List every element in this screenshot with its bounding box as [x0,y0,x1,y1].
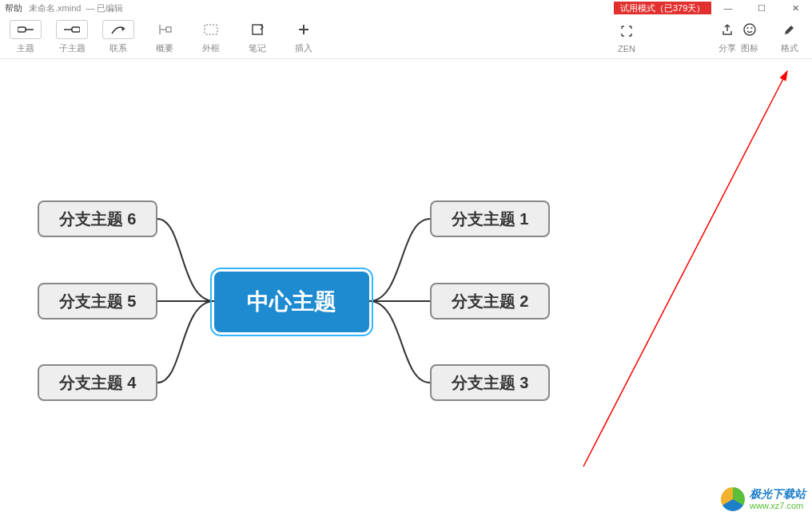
insert-button[interactable]: 插入 [283,20,324,54]
svg-marker-13 [785,26,794,34]
svg-rect-6 [205,25,217,34]
branch-topic-2[interactable]: 分支主题 2 [430,283,550,320]
icons-label: 图标 [741,42,758,54]
boundary-button[interactable]: 外框 [190,20,232,54]
summary-label: 概要 [156,42,173,54]
format-icon [774,20,806,39]
insert-icon [288,20,320,39]
branch-topic-1[interactable]: 分支主题 1 [430,200,550,237]
boundary-icon [195,20,227,39]
mindmap-canvas[interactable]: 中心主题 分支主题 1 分支主题 2 分支主题 3 分支主题 6 分支主题 5 … [0,59,812,516]
relationship-button[interactable]: 联系 [98,20,139,54]
boundary-label: 外框 [202,42,220,54]
svg-point-11 [747,27,749,29]
zen-button[interactable]: ZEN [603,20,651,54]
smiley-icon [734,20,766,39]
toolbar-right-group: ZEN 分享 [603,20,751,54]
watermark-url: www.xz7.com [750,501,806,511]
branch-topic-6[interactable]: 分支主题 6 [38,200,157,237]
svg-rect-0 [18,27,26,32]
help-menu[interactable]: 帮助 [5,2,22,14]
format-button[interactable]: 格式 [772,20,807,54]
zen-icon [611,22,643,41]
branch-topic-5[interactable]: 分支主题 5 [38,283,157,320]
summary-icon [149,20,181,39]
icons-button[interactable]: 图标 [732,20,767,54]
topic-label: 主题 [17,42,34,54]
branch-topic-4[interactable]: 分支主题 4 [38,364,157,401]
watermark-logo-icon [721,487,745,511]
topic-icon [10,20,42,39]
note-icon [241,20,273,39]
edited-label: — 已编辑 [86,2,123,14]
svg-point-10 [744,24,755,35]
note-label: 笔记 [249,42,266,54]
watermark-name: 极光下载站 [750,487,806,501]
summary-button[interactable]: 概要 [144,20,185,54]
svg-line-15 [583,71,787,466]
watermark: 极光下载站 www.xz7.com [721,487,806,511]
svg-rect-5 [166,27,171,32]
toolbar: 主题 子主题 联系 概要 外框 [0,16,812,59]
window-controls: — ☐ ✕ [711,0,812,16]
topic-button[interactable]: 主题 [5,20,46,54]
branch-topic-3[interactable]: 分支主题 3 [430,364,550,401]
filename-label: 未命名.xmind [29,2,81,14]
note-button[interactable]: 笔记 [237,20,278,54]
subtopic-button[interactable]: 子主题 [51,20,93,54]
close-button[interactable]: ✕ [778,0,812,16]
trial-mode-badge: 试用模式（已379天） [614,2,711,14]
subtopic-label: 子主题 [59,42,86,54]
relationship-label: 联系 [109,42,127,54]
insert-label: 插入 [295,42,312,54]
svg-rect-3 [72,27,80,32]
zen-label: ZEN [618,44,635,54]
central-topic[interactable]: 中心主题 [214,272,369,332]
toolbar-far-right-group: 图标 格式 [732,20,807,54]
format-label: 格式 [781,42,798,54]
minimize-button[interactable]: — [711,0,745,16]
svg-point-12 [751,27,753,29]
maximize-button[interactable]: ☐ [745,0,778,16]
toolbar-left-group: 主题 子主题 联系 概要 外框 [5,20,324,54]
subtopic-icon [56,20,88,39]
relationship-icon [102,20,134,39]
